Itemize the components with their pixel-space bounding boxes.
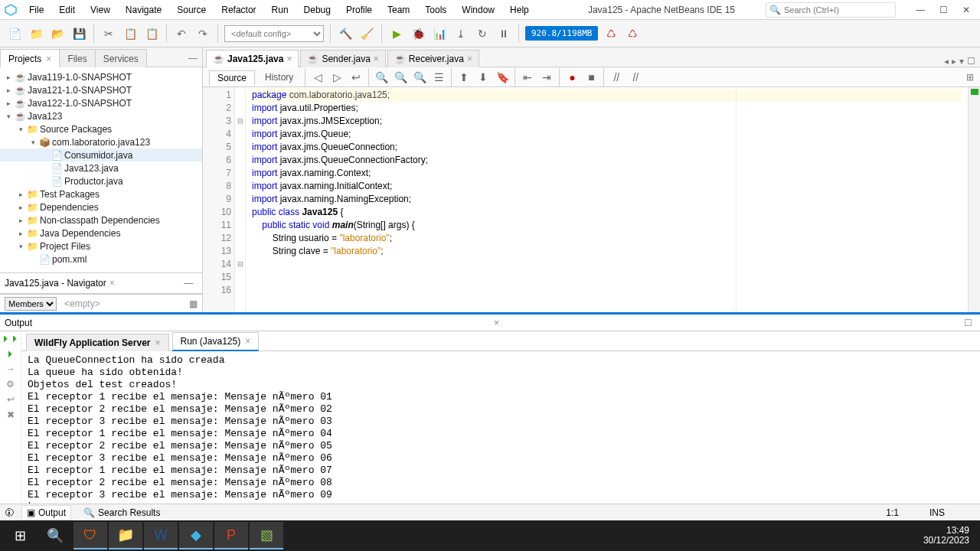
close-icon[interactable]: × [109, 278, 115, 289]
notifications-icon[interactable]: 🛈 [5, 507, 14, 518]
wrap-icon[interactable]: ↩ [7, 394, 15, 405]
macro-record-icon[interactable]: ● [564, 69, 580, 86]
tree-node[interactable]: ▸📁Test Packages [0, 187, 202, 201]
next-bookmark-icon[interactable]: ⬇ [475, 69, 492, 86]
paste-icon[interactable]: 📋 [143, 25, 160, 42]
maximize-icon[interactable]: ☐ [967, 56, 975, 67]
save-all-icon[interactable]: 💾 [70, 25, 87, 42]
tree-node[interactable]: ▸📁Java Dependencies [0, 227, 202, 240]
run-icon[interactable]: ⏵ [6, 348, 15, 359]
taskbar-app-other[interactable]: ▧ [250, 522, 283, 549]
editor-tab[interactable]: ☕Java125.java× [206, 50, 299, 67]
tree-node[interactable]: ▾📁Project Files [0, 240, 202, 253]
tree-node[interactable]: 📄Productor.java [0, 174, 202, 187]
rerun-icon[interactable]: ⏵⏵ [2, 333, 20, 344]
copy-icon[interactable]: 📋 [122, 25, 139, 42]
run-icon[interactable]: ▶ [388, 25, 405, 42]
editor-tab[interactable]: ☕Receiver.java× [387, 50, 479, 67]
clean-build-icon[interactable]: 🧹 [358, 25, 375, 42]
tree-node[interactable]: ▾📦com.laboratorio.java123 [0, 135, 202, 148]
taskbar-search[interactable]: 🔍 [38, 522, 72, 549]
debug-icon[interactable]: 🐞 [410, 25, 426, 42]
tree-node[interactable]: ▸📁Dependencies [0, 201, 202, 214]
history-tab[interactable]: History [257, 70, 301, 84]
last-edit-icon[interactable]: ↩ [348, 69, 364, 86]
output-text[interactable]: La QueueConnection ha sido creada La que… [21, 351, 980, 504]
tree-node[interactable]: 📄Consumidor.java [0, 148, 202, 161]
tree-node[interactable]: 📄pom.xml [0, 253, 202, 266]
output-tab[interactable]: Run (Java125)× [172, 332, 260, 351]
taskbar-app-word[interactable]: W [144, 522, 178, 549]
close-icon[interactable]: × [155, 337, 160, 348]
menu-source[interactable]: Source [169, 2, 214, 18]
close-icon[interactable]: × [491, 318, 502, 328]
clear-icon[interactable]: ✖ [7, 409, 15, 420]
global-search[interactable]: 🔍 [766, 2, 896, 18]
tab-projects[interactable]: Projects× [0, 49, 60, 67]
forward-icon[interactable]: ▷ [328, 69, 345, 86]
menu-run[interactable]: Run [264, 2, 296, 18]
tree-node[interactable]: 📄Java123.java [0, 161, 202, 174]
menu-tools[interactable]: Tools [417, 2, 454, 18]
find-prev-icon[interactable]: 🔍 [392, 69, 409, 86]
tree-node[interactable]: ▸📁Non-classpath Dependencies [0, 214, 202, 227]
code-area[interactable]: 12345678910111213141516 ⊟⊟ package com.l… [203, 87, 980, 312]
output-tab[interactable]: WildFly Application Server× [26, 334, 169, 351]
search-input[interactable] [784, 5, 892, 15]
maximize-button[interactable]: ☐ [933, 2, 954, 18]
tab-list-icon[interactable]: ▾ [959, 56, 964, 67]
scroll-right-icon[interactable]: ▸ [952, 56, 956, 67]
find-next-icon[interactable]: 🔍 [411, 69, 428, 86]
editor-tab[interactable]: ☕Sender.java× [300, 50, 385, 67]
close-icon[interactable]: × [467, 54, 472, 64]
config-select[interactable]: <default config> [224, 25, 324, 42]
taskbar-app-powerpoint[interactable]: P [214, 522, 248, 549]
toggle-bookmark-icon[interactable]: 🔖 [494, 69, 511, 86]
error-stripe[interactable] [968, 87, 980, 312]
close-button[interactable]: ✕ [956, 2, 977, 18]
code-content[interactable]: package com.laboratorio.java125;import j… [246, 87, 968, 312]
search-results-toggle[interactable]: 🔍Search Results [79, 506, 165, 520]
prev-bookmark-icon[interactable]: ⬆ [456, 69, 472, 86]
fold-column[interactable]: ⊟⊟ [235, 87, 246, 312]
menu-file[interactable]: File [21, 2, 51, 18]
settings-icon[interactable]: ⚙ [6, 379, 15, 390]
macro-stop-icon[interactable]: ■ [583, 69, 599, 86]
source-tab[interactable]: Source [209, 70, 255, 86]
projects-tree[interactable]: ▸☕Java119-1.0-SNAPSHOT▸☕Java121-1.0-SNAP… [0, 67, 202, 272]
stop-icon[interactable]: → [6, 364, 15, 374]
attach-debugger-icon[interactable]: ⤓ [452, 25, 469, 42]
menu-team[interactable]: Team [380, 2, 417, 18]
tab-services[interactable]: Services [95, 49, 147, 67]
menu-view[interactable]: View [83, 2, 118, 18]
profile-icon[interactable]: 📊 [431, 25, 448, 42]
taskbar-app-brave[interactable]: 🛡 [74, 522, 107, 549]
undo-icon[interactable]: ↶ [173, 25, 190, 42]
shift-left-icon[interactable]: ⇤ [519, 69, 536, 86]
tree-node[interactable]: ▸☕Java122-1.0-SNAPSHOT [0, 96, 202, 109]
members-select[interactable]: Members [5, 297, 57, 311]
gc2-icon[interactable]: ♺ [624, 25, 641, 42]
comment-icon[interactable]: // [608, 69, 625, 86]
menu-edit[interactable]: Edit [51, 2, 83, 18]
minimize-pane-icon[interactable]: — [184, 50, 202, 67]
menu-profile[interactable]: Profile [338, 2, 380, 18]
taskbar-app-netbeans[interactable]: ◆ [179, 522, 213, 549]
tree-node[interactable]: ▸☕Java119-1.0-SNAPSHOT [0, 70, 202, 83]
build-icon[interactable]: 🔨 [337, 25, 354, 42]
back-icon[interactable]: ◁ [309, 69, 326, 86]
new-project-icon[interactable]: 📁 [28, 25, 44, 42]
tree-node[interactable]: ▾☕Java123 [0, 109, 202, 122]
reload-icon[interactable]: ↻ [474, 25, 491, 42]
menu-refactor[interactable]: Refactor [214, 2, 263, 18]
heap-indicator[interactable]: 920.8/1198MB [525, 26, 598, 41]
taskbar-app-explorer[interactable]: 📁 [109, 522, 142, 549]
minimize-pane-icon[interactable]: — [179, 275, 198, 292]
close-icon[interactable]: × [374, 54, 379, 64]
tree-node[interactable]: ▾📁Source Packages [0, 122, 202, 135]
redo-icon[interactable]: ↷ [194, 25, 211, 42]
split-icon[interactable]: ⊞ [966, 72, 974, 83]
shift-right-icon[interactable]: ⇥ [538, 69, 555, 86]
gc-icon[interactable]: ♺ [603, 25, 619, 42]
close-icon[interactable]: × [245, 336, 250, 347]
